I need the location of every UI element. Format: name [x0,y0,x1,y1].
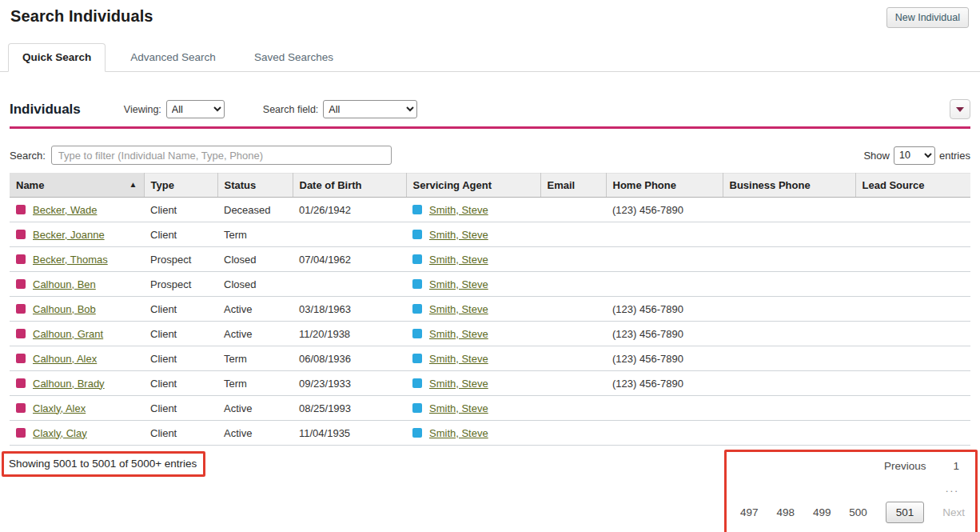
cell-home_phone: (123) 456-7890 [606,297,723,322]
page-499-button[interactable]: 499 [813,506,831,518]
table-row: Becker, ThomasProspectClosed07/04/1962Sm… [10,247,970,272]
cell-dob [293,222,406,247]
servicing-agent-link[interactable]: Smith, Steve [429,328,488,340]
individual-name-link[interactable]: Calhoun, Ben [33,278,96,290]
sort-asc-icon: ▲ [129,180,137,189]
cell-dob: 08/25/1993 [293,396,406,421]
individual-name-link[interactable]: Calhoun, Grant [33,328,103,340]
servicing-agent-link[interactable]: Smith, Steve [429,278,488,290]
cell-status: Closed [217,272,293,297]
cell-dob: 03/18/1963 [293,297,406,322]
cell-email [540,297,606,322]
cell-business_phone [723,396,855,421]
search-field-label: Search field: [263,104,318,115]
servicing-agent-link[interactable]: Smith, Steve [429,402,488,414]
servicing-agent-link[interactable]: Smith, Steve [429,427,488,439]
page-500-button[interactable]: 500 [849,506,867,518]
tab-bar: Quick Search Advanced Search Saved Searc… [0,43,980,72]
agent-type-icon [412,378,422,388]
tab-advanced-search[interactable]: Advanced Search [117,44,229,71]
servicing-agent-link[interactable]: Smith, Steve [429,229,488,241]
cell-home_phone: (123) 456-7890 [606,346,723,371]
cell-email [540,272,606,297]
search-label: Search: [10,150,46,162]
page-498-button[interactable]: 498 [776,506,795,518]
agent-type-icon [412,205,422,214]
table-row: Becker, WadeClientDeceased01/26/1942Smit… [10,198,970,222]
table-row: Claxly, ClayClientActive11/04/1935Smith,… [10,421,970,446]
caret-down-icon [956,107,964,112]
column-header-lead_source[interactable]: Lead Source [855,174,970,198]
next-page-button[interactable]: Next [942,506,965,518]
individual-type-icon [16,230,26,239]
servicing-agent-link[interactable]: Smith, Steve [429,378,488,390]
column-header-status[interactable]: Status [217,174,293,198]
cell-lead_source [855,371,970,396]
column-header-name[interactable]: Name▲ [10,174,144,198]
cell-email [540,371,606,396]
previous-page-button[interactable]: Previous [884,460,926,472]
tab-quick-search[interactable]: Quick Search [8,43,106,72]
individual-name-link[interactable]: Calhoun, Brady [33,378,105,390]
individual-type-icon [16,254,26,264]
page-497-button[interactable]: 497 [740,506,759,518]
cell-status: Active [217,322,293,346]
search-field-select[interactable]: All [323,100,417,118]
column-header-dob[interactable]: Date of Birth [293,174,406,198]
viewing-select[interactable]: All [166,100,225,118]
servicing-agent-link[interactable]: Smith, Steve [429,353,488,365]
column-header-email[interactable]: Email [540,174,606,198]
filter-row: Search: Show 10 entries [0,146,980,165]
new-individual-button[interactable]: New Individual [886,7,969,28]
cell-business_phone [723,322,855,346]
cell-business_phone [723,247,855,272]
accent-divider [10,126,970,129]
cell-email [540,222,606,247]
cell-type: Client [144,371,217,396]
individual-name-link[interactable]: Claxly, Alex [33,402,86,414]
individual-type-icon [16,329,26,338]
agent-type-icon [412,230,422,239]
column-header-type[interactable]: Type [144,174,217,198]
cell-status: Active [217,421,293,446]
individual-type-icon [16,428,26,438]
table-row: Calhoun, GrantClientActive11/20/1938Smit… [10,322,970,346]
column-header-business_phone[interactable]: Business Phone [723,174,855,198]
servicing-agent-link[interactable]: Smith, Steve [429,303,488,315]
page-1-button[interactable]: 1 [953,460,959,472]
individual-name-link[interactable]: Calhoun, Alex [33,353,97,365]
cell-email [540,198,606,222]
cell-business_phone [723,222,855,247]
servicing-agent-link[interactable]: Smith, Steve [429,254,488,266]
show-entries-select[interactable]: 10 [894,146,935,165]
individual-name-link[interactable]: Calhoun, Bob [33,303,96,315]
cell-business_phone [723,371,855,396]
column-header-agent[interactable]: Servicing Agent [406,174,540,198]
individual-name-link[interactable]: Becker, Joanne [33,229,105,241]
cell-lead_source [855,247,970,272]
cell-type: Client [144,396,217,421]
table-row: Calhoun, AlexClientTerm06/08/1936Smith, … [10,346,970,371]
cell-lead_source [855,297,970,322]
cell-email [540,247,606,272]
tab-saved-searches[interactable]: Saved Searches [241,44,347,71]
cell-email [540,322,606,346]
cell-lead_source [855,222,970,247]
individual-name-link[interactable]: Becker, Wade [33,204,97,216]
cell-lead_source [855,322,970,346]
cell-type: Prospect [144,272,217,297]
cell-type: Client [144,346,217,371]
page-501-button[interactable]: 501 [886,502,925,523]
individual-type-icon [16,279,26,289]
individual-type-icon [16,403,26,413]
individual-name-link[interactable]: Becker, Thomas [33,254,108,266]
cell-lead_source [855,272,970,297]
individual-name-link[interactable]: Claxly, Clay [33,427,87,439]
agent-type-icon [412,354,422,363]
agent-type-icon [412,403,422,413]
search-input[interactable] [51,146,392,165]
column-header-home_phone[interactable]: Home Phone [606,174,723,198]
servicing-agent-link[interactable]: Smith, Steve [429,204,488,216]
panel-menu-button[interactable] [950,99,970,119]
cell-status: Closed [217,247,293,272]
